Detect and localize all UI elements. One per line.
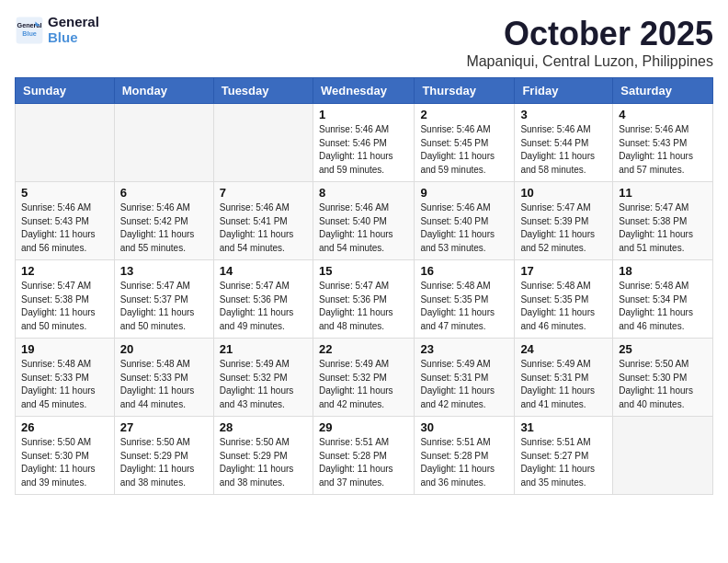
day-info: Sunrise: 5:47 AM Sunset: 5:37 PM Dayligh… <box>120 280 208 333</box>
day-number: 18 <box>619 264 707 278</box>
calendar-header-row: SundayMondayTuesdayWednesdayThursdayFrid… <box>16 78 713 104</box>
day-number: 15 <box>319 264 408 278</box>
day-info: Sunrise: 5:46 AM Sunset: 5:44 PM Dayligh… <box>520 123 607 177</box>
day-number: 13 <box>120 264 208 278</box>
day-number: 28 <box>220 420 307 434</box>
day-info: Sunrise: 5:48 AM Sunset: 5:35 PM Dayligh… <box>520 280 607 333</box>
logo-icon: General Blue <box>15 16 44 45</box>
day-info: Sunrise: 5:46 AM Sunset: 5:41 PM Dayligh… <box>220 201 307 255</box>
day-number: 29 <box>319 420 408 434</box>
day-number: 4 <box>619 108 707 121</box>
day-info: Sunrise: 5:51 AM Sunset: 5:27 PM Dayligh… <box>520 436 607 489</box>
day-number: 19 <box>21 342 108 356</box>
day-number: 5 <box>21 186 108 200</box>
day-info: Sunrise: 5:47 AM Sunset: 5:39 PM Dayligh… <box>520 201 607 255</box>
day-info: Sunrise: 5:49 AM Sunset: 5:31 PM Dayligh… <box>520 358 607 411</box>
day-number: 31 <box>520 420 607 434</box>
day-number: 8 <box>319 186 408 200</box>
calendar-cell: 19Sunrise: 5:48 AM Sunset: 5:33 PM Dayli… <box>16 339 115 417</box>
calendar-cell: 30Sunrise: 5:51 AM Sunset: 5:28 PM Dayli… <box>415 417 515 495</box>
calendar-week-row: 12Sunrise: 5:47 AM Sunset: 5:38 PM Dayli… <box>16 260 713 339</box>
calendar-cell: 10Sunrise: 5:47 AM Sunset: 5:39 PM Dayli… <box>515 182 613 260</box>
calendar-cell: 14Sunrise: 5:47 AM Sunset: 5:36 PM Dayli… <box>213 260 313 339</box>
day-number: 12 <box>21 264 108 278</box>
calendar-cell: 22Sunrise: 5:49 AM Sunset: 5:32 PM Dayli… <box>313 339 414 417</box>
calendar-table: SundayMondayTuesdayWednesdayThursdayFrid… <box>15 77 713 495</box>
calendar-cell: 7Sunrise: 5:46 AM Sunset: 5:41 PM Daylig… <box>213 182 313 260</box>
logo-text: General Blue <box>48 15 99 45</box>
weekday-header: Sunday <box>16 78 115 104</box>
day-info: Sunrise: 5:49 AM Sunset: 5:31 PM Dayligh… <box>420 358 508 411</box>
day-info: Sunrise: 5:47 AM Sunset: 5:36 PM Dayligh… <box>319 280 408 333</box>
calendar-cell: 6Sunrise: 5:46 AM Sunset: 5:42 PM Daylig… <box>114 182 213 260</box>
calendar-cell: 12Sunrise: 5:47 AM Sunset: 5:38 PM Dayli… <box>16 260 115 339</box>
day-info: Sunrise: 5:46 AM Sunset: 5:40 PM Dayligh… <box>319 201 408 255</box>
day-info: Sunrise: 5:47 AM Sunset: 5:38 PM Dayligh… <box>619 201 707 255</box>
day-number: 25 <box>619 342 707 356</box>
day-info: Sunrise: 5:46 AM Sunset: 5:45 PM Dayligh… <box>420 123 508 177</box>
day-info: Sunrise: 5:48 AM Sunset: 5:33 PM Dayligh… <box>21 358 108 411</box>
day-info: Sunrise: 5:48 AM Sunset: 5:35 PM Dayligh… <box>420 280 508 333</box>
weekday-header: Wednesday <box>313 78 414 104</box>
day-number: 11 <box>619 186 707 200</box>
day-number: 17 <box>520 264 607 278</box>
day-number: 24 <box>520 342 607 356</box>
day-info: Sunrise: 5:51 AM Sunset: 5:28 PM Dayligh… <box>420 436 508 489</box>
page-header: General Blue General Blue October 2025 M… <box>15 15 713 70</box>
weekday-header: Saturday <box>613 78 713 104</box>
day-info: Sunrise: 5:46 AM Sunset: 5:43 PM Dayligh… <box>21 201 108 255</box>
day-info: Sunrise: 5:50 AM Sunset: 5:29 PM Dayligh… <box>120 436 208 489</box>
weekday-header: Thursday <box>415 78 515 104</box>
day-info: Sunrise: 5:49 AM Sunset: 5:32 PM Dayligh… <box>319 358 408 411</box>
calendar-cell: 15Sunrise: 5:47 AM Sunset: 5:36 PM Dayli… <box>313 260 414 339</box>
day-info: Sunrise: 5:51 AM Sunset: 5:28 PM Dayligh… <box>319 436 408 489</box>
day-number: 22 <box>319 342 408 356</box>
day-number: 20 <box>120 342 208 356</box>
day-info: Sunrise: 5:47 AM Sunset: 5:36 PM Dayligh… <box>220 280 307 333</box>
day-number: 3 <box>520 108 607 121</box>
day-info: Sunrise: 5:49 AM Sunset: 5:32 PM Dayligh… <box>220 358 307 411</box>
calendar-cell: 5Sunrise: 5:46 AM Sunset: 5:43 PM Daylig… <box>16 182 115 260</box>
calendar-cell: 1Sunrise: 5:46 AM Sunset: 5:46 PM Daylig… <box>313 104 414 182</box>
calendar-cell: 26Sunrise: 5:50 AM Sunset: 5:30 PM Dayli… <box>16 417 115 495</box>
calendar-cell <box>114 104 213 182</box>
calendar-cell: 20Sunrise: 5:48 AM Sunset: 5:33 PM Dayli… <box>114 339 213 417</box>
calendar-week-row: 26Sunrise: 5:50 AM Sunset: 5:30 PM Dayli… <box>16 417 713 495</box>
day-info: Sunrise: 5:46 AM Sunset: 5:40 PM Dayligh… <box>420 201 508 255</box>
calendar-cell: 8Sunrise: 5:46 AM Sunset: 5:40 PM Daylig… <box>313 182 414 260</box>
day-number: 2 <box>420 108 508 121</box>
day-number: 7 <box>220 186 307 200</box>
day-number: 16 <box>420 264 508 278</box>
day-number: 21 <box>220 342 307 356</box>
day-info: Sunrise: 5:46 AM Sunset: 5:46 PM Dayligh… <box>319 123 408 177</box>
logo: General Blue General Blue <box>15 15 99 45</box>
calendar-cell: 25Sunrise: 5:50 AM Sunset: 5:30 PM Dayli… <box>613 339 713 417</box>
svg-text:Blue: Blue <box>22 29 37 37</box>
day-info: Sunrise: 5:46 AM Sunset: 5:42 PM Dayligh… <box>120 201 208 255</box>
day-number: 1 <box>319 108 408 121</box>
calendar-cell: 9Sunrise: 5:46 AM Sunset: 5:40 PM Daylig… <box>415 182 515 260</box>
calendar-week-row: 1Sunrise: 5:46 AM Sunset: 5:46 PM Daylig… <box>16 104 713 182</box>
calendar-cell: 24Sunrise: 5:49 AM Sunset: 5:31 PM Dayli… <box>515 339 613 417</box>
calendar-cell: 21Sunrise: 5:49 AM Sunset: 5:32 PM Dayli… <box>213 339 313 417</box>
calendar-cell: 31Sunrise: 5:51 AM Sunset: 5:27 PM Dayli… <box>515 417 613 495</box>
calendar-cell <box>213 104 313 182</box>
day-info: Sunrise: 5:50 AM Sunset: 5:30 PM Dayligh… <box>21 436 108 489</box>
calendar-cell: 23Sunrise: 5:49 AM Sunset: 5:31 PM Dayli… <box>415 339 515 417</box>
month-title: October 2025 <box>466 15 713 53</box>
calendar-cell: 4Sunrise: 5:46 AM Sunset: 5:43 PM Daylig… <box>613 104 713 182</box>
weekday-header: Friday <box>515 78 613 104</box>
calendar-week-row: 5Sunrise: 5:46 AM Sunset: 5:43 PM Daylig… <box>16 182 713 260</box>
day-info: Sunrise: 5:46 AM Sunset: 5:43 PM Dayligh… <box>619 123 707 177</box>
day-number: 14 <box>220 264 307 278</box>
calendar-cell: 17Sunrise: 5:48 AM Sunset: 5:35 PM Dayli… <box>515 260 613 339</box>
day-info: Sunrise: 5:47 AM Sunset: 5:38 PM Dayligh… <box>21 280 108 333</box>
day-info: Sunrise: 5:50 AM Sunset: 5:29 PM Dayligh… <box>220 436 307 489</box>
title-section: October 2025 Mapaniqui, Central Luzon, P… <box>466 15 713 70</box>
calendar-week-row: 19Sunrise: 5:48 AM Sunset: 5:33 PM Dayli… <box>16 339 713 417</box>
calendar-cell: 27Sunrise: 5:50 AM Sunset: 5:29 PM Dayli… <box>114 417 213 495</box>
day-info: Sunrise: 5:48 AM Sunset: 5:34 PM Dayligh… <box>619 280 707 333</box>
calendar-cell <box>16 104 115 182</box>
day-info: Sunrise: 5:48 AM Sunset: 5:33 PM Dayligh… <box>120 358 208 411</box>
day-number: 30 <box>420 420 508 434</box>
